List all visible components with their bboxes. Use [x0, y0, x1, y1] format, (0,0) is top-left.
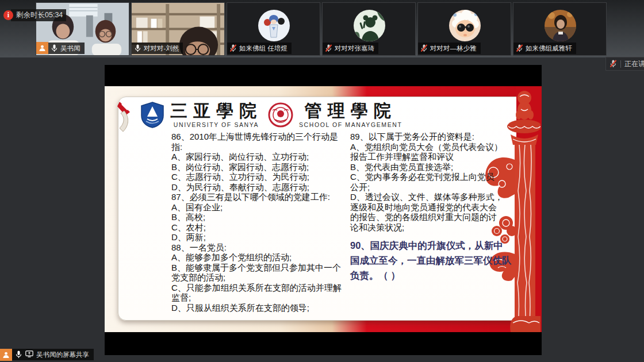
- question-line: A、能够参加多个党组织的活动;: [171, 252, 351, 263]
- question-line: B、能够隶属于多个党支部但只参加其中一个: [171, 263, 351, 273]
- divider: [620, 60, 621, 68]
- person-badge-icon: [36, 42, 48, 54]
- question-line: D、为民行动、奉献行动、志愿行动;: [171, 182, 351, 192]
- participant-name: 对对对张嘉琦: [335, 44, 374, 53]
- question-line: 逐级和及时地向党员通报党的代表大会: [350, 202, 511, 213]
- question-line: 监督;: [171, 292, 351, 303]
- participant-tile-weiyaxuan[interactable]: 如来佛组威雅轩: [513, 2, 607, 56]
- question-line: D、只服从组织关系所在支部的领导;: [171, 303, 351, 313]
- participant-name-bar: 如来佛组 任培煜: [227, 43, 292, 54]
- question-line: A、党组织向党员大会（党员代表会议）: [350, 142, 511, 152]
- school-of-management-logo: [268, 102, 293, 128]
- question-line: 国成立至今，一直由解放军三军仪仗队: [350, 253, 511, 268]
- question-column-right: 89、以下属于党务公开的资料是: A、党组织向党员大会（党员代表会议） 报告工作…: [350, 132, 511, 232]
- participant-name: 对对对-刘然: [144, 44, 179, 53]
- question-line: A、家园行动、岗位行动、立功行动;: [171, 152, 351, 162]
- question-line: A、国有企业;: [171, 202, 351, 213]
- university-of-sanya-logo: [140, 102, 164, 128]
- participant-strip: 吴书闻: [0, 0, 644, 57]
- question-line: C、志愿行动、立功行动、为民行动;: [171, 172, 351, 182]
- remaining-time-label: 剩余时长05:34: [11, 9, 66, 21]
- mic-muted-icon: [325, 44, 332, 52]
- mic-icon: [134, 44, 141, 52]
- share-pill-body: 吴书闻的屏幕共享: [12, 349, 94, 360]
- question-line: C、只能参加组织关系所在支部的活动并理解: [171, 283, 351, 293]
- question-line: 党支部的活动;: [171, 272, 351, 283]
- meeting-window: 吴书闻: [0, 0, 644, 362]
- question-line: B、岗位行动、家园行动、志愿行动;: [171, 162, 351, 172]
- participant-name-bar: 对对对—林少雅: [418, 43, 481, 54]
- question-line: 87、必须三有是以下哪个领域的党建工作:: [171, 192, 351, 202]
- participant-name: 吴书闻: [60, 44, 80, 53]
- question-line: D、透过会议、文件、媒体等多种形式，: [350, 192, 511, 202]
- anime-avatar: [258, 10, 290, 41]
- participant-name-bar: 吴书闻: [48, 43, 85, 54]
- question-line: 论和决策状况;: [350, 222, 511, 233]
- speaking-indicator: 正在讲话: [605, 57, 644, 71]
- slide: 三亚學院 UNIVERSITY OF SANYA 管理學院 SCHOOL OF …: [105, 86, 542, 332]
- person-badge-icon: [0, 349, 12, 361]
- question-line: 负责。（ ）: [350, 268, 511, 283]
- participant-name: 如来佛组威雅轩: [526, 44, 572, 53]
- participant-tile-liuran[interactable]: 对对对-刘然: [131, 2, 225, 56]
- question-line: 的报告、党的各级组织对重大问题的讨: [350, 212, 511, 222]
- screen-share-icon: [25, 349, 33, 360]
- question-line: 90、国庆庆典中的升旗仪式，从新中: [350, 238, 511, 253]
- mic-muted-icon: [420, 44, 428, 52]
- participant-name-bar: 如来佛组威雅轩: [513, 43, 576, 54]
- girl-photo-avatar: [545, 10, 576, 41]
- participant-tiles: 吴书闻: [36, 2, 607, 56]
- silhouette-avatar: [354, 10, 385, 41]
- question-line: 报告工作并理解监督和评议: [350, 152, 511, 162]
- school-title: 管理學院 SCHOOL OF MANAYGEMENT: [299, 102, 402, 128]
- question-line: B、党代表由党员直接选举;: [350, 162, 511, 172]
- question-line: 公开;: [350, 182, 511, 192]
- participant-tile-linshaoya[interactable]: 对对对—林少雅: [417, 2, 511, 56]
- info-icon: i: [3, 10, 13, 20]
- university-title-en: UNIVERSITY OF SANYA: [174, 122, 259, 128]
- mic-muted-icon: [610, 60, 617, 68]
- participant-name-bar: 对对对-刘然: [132, 43, 183, 54]
- question-line: B、高校;: [171, 212, 351, 222]
- shared-screen: 三亚學院 UNIVERSITY OF SANYA 管理學院 SCHOOL OF …: [105, 65, 542, 355]
- slide-header: 三亚學院 UNIVERSITY OF SANYA 管理學院 SCHOOL OF …: [140, 102, 402, 128]
- university-title: 三亚學院 UNIVERSITY OF SANYA: [170, 102, 262, 128]
- question-line: 89、以下属于党务公开的资料是:: [350, 132, 511, 142]
- question-line: C、党内事务务必在党刊党报上向党员: [350, 172, 511, 182]
- participant-tile-zhangjiaqi[interactable]: 对对对张嘉琦: [322, 2, 416, 56]
- ribbon-decoration-icon: [116, 101, 133, 133]
- mic-muted-icon: [516, 44, 523, 52]
- participant-name: 对对对—林少雅: [430, 44, 477, 53]
- mic-icon: [51, 44, 58, 52]
- question-line: 86、2010年上海世博先锋行动的三个行动是: [171, 132, 351, 142]
- share-pill-label: 吴书闻的屏幕共享: [36, 351, 89, 359]
- remaining-time-badge: i 剩余时长05:34: [3, 9, 66, 21]
- school-title-en: SCHOOL OF MANAYGEMENT: [299, 122, 402, 128]
- question-column-left: 86、2010年上海世博先锋行动的三个行动是 指: A、家园行动、岗位行动、立功…: [171, 132, 351, 313]
- question-line: D、两新;: [171, 232, 351, 242]
- mic-icon: [15, 351, 22, 359]
- question-line: C、农村;: [171, 222, 351, 233]
- cartoon-sheep-avatar: [449, 10, 481, 41]
- question-line: 指:: [171, 142, 351, 152]
- participant-tile-renpeiyu[interactable]: 如来佛组 任培煜: [227, 2, 320, 56]
- participant-name-bar: 对对对张嘉琦: [323, 43, 378, 54]
- speaking-label: 正在讲话: [624, 59, 644, 69]
- screen-share-pill[interactable]: 吴书闻的屏幕共享: [0, 348, 94, 361]
- mic-muted-icon: [229, 44, 237, 52]
- slide-card: 三亚學院 UNIVERSITY OF SANYA 管理學院 SCHOOL OF …: [118, 97, 529, 321]
- participant-name: 如来佛组 任培煜: [239, 44, 288, 53]
- question-90: 90、国庆庆典中的升旗仪式，从新中 国成立至今，一直由解放军三军仪仗队 负责。（…: [350, 238, 511, 283]
- question-line: 88、一名党员:: [171, 242, 351, 253]
- school-title-cn: 管理學院: [305, 102, 397, 120]
- university-title-cn: 三亚學院: [170, 102, 262, 120]
